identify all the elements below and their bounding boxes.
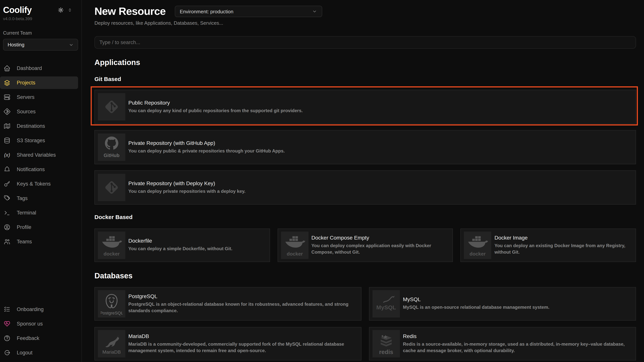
sidebar-item-label: Keys & Tokens <box>17 181 51 187</box>
resource-card-mariadb[interactable]: MariaDB MariaDB MariaDB is a community-d… <box>94 327 362 360</box>
sidebar-item-shared-variables[interactable]: (x) Shared Variables <box>0 149 78 161</box>
chevron-down-icon <box>68 42 74 47</box>
card-description: You can deploy any kind of public reposi… <box>128 107 303 114</box>
sidebar-item-tags[interactable]: Tags <box>0 192 78 204</box>
card-title: Redis <box>403 333 627 339</box>
sidebar-item-label: Shared Variables <box>17 152 56 158</box>
sidebar-item-label: Feedback <box>17 335 40 341</box>
app-title: Coolify <box>3 5 32 14</box>
chevron-down-icon <box>312 9 317 14</box>
card-description: You can deploy complex application easil… <box>311 242 444 256</box>
card-title: Private Repository (with GitHub App) <box>128 140 285 146</box>
logout-icon <box>4 349 11 356</box>
sidebar-item-feedback[interactable]: Feedback <box>0 332 78 345</box>
sidebar-item-sources[interactable]: Sources <box>0 105 78 118</box>
resource-card-docker-image[interactable]: docker Docker Image You can deploy an ex… <box>461 228 636 262</box>
sidebar-item-label: Terminal <box>17 210 36 216</box>
resource-card-mysql[interactable]: MySQL MySQL MySQL is an open-source rela… <box>369 287 636 320</box>
sidebar-item-onboarding[interactable]: Onboarding <box>0 303 78 316</box>
tags-icon <box>4 195 11 202</box>
server-icon <box>4 94 11 101</box>
resource-card-public-repository[interactable]: Public Repository You can deploy any kin… <box>94 90 636 124</box>
sidebar-item-profile[interactable]: Profile <box>0 221 78 233</box>
resource-card-docker-compose-empty[interactable]: docker Docker Compose Empty You can depl… <box>278 228 453 262</box>
card-title: Public Repository <box>128 99 303 106</box>
sidebar-item-projects[interactable]: Projects <box>0 76 78 89</box>
git-icon <box>4 108 11 115</box>
card-description: PostgreSQL is an object-relational datab… <box>128 301 353 314</box>
docker-based-heading: Docker Based <box>94 214 636 220</box>
heart-handshake-icon <box>4 320 11 327</box>
sidebar-item-label: Projects <box>17 80 36 86</box>
sidebar-item-label: Destinations <box>17 123 45 129</box>
sidebar-item-label: Tags <box>17 195 28 201</box>
card-description: You can deploy public & private reposito… <box>128 148 285 154</box>
current-team-label: Current Team <box>3 30 78 36</box>
page-title: New Resource <box>94 6 166 17</box>
team-select-value: Hosting <box>8 42 24 47</box>
resource-card-redis[interactable]: redis Redis Redis is a source-available,… <box>369 327 636 360</box>
page-subtitle: Deploy resources, like Applications, Dat… <box>94 20 636 26</box>
svg-text:GitHub: GitHub <box>104 153 120 158</box>
sidebar-item-label: S3 Storages <box>17 138 45 143</box>
search-input[interactable] <box>94 36 636 49</box>
sidebar-item-s3-storages[interactable]: S3 Storages <box>0 134 78 147</box>
theme-toggle-sun-icon[interactable] <box>58 7 64 13</box>
checklist-icon <box>4 306 11 313</box>
mysql-icon: MySQL <box>372 290 400 317</box>
sidebar-item-keys-tokens[interactable]: Keys & Tokens <box>0 178 78 190</box>
sidebar-item-notifications[interactable]: Notifications <box>0 163 78 176</box>
card-description: MySQL is an open-source relational datab… <box>403 304 549 311</box>
sidebar-item-label: Dashboard <box>17 65 42 71</box>
card-description: You can deploy an existing Docker Image … <box>494 242 627 256</box>
sidebar-item-dashboard[interactable]: Dashboard <box>0 62 78 75</box>
resource-card-dockerfile[interactable]: docker Dockerfile You can deploy a simpl… <box>94 228 270 262</box>
resource-card-postgresql[interactable]: PostgreSQL PostgreSQL PostgreSQL is an o… <box>94 287 362 320</box>
bell-icon <box>4 166 11 173</box>
svg-text:docker: docker <box>470 251 486 256</box>
databases-heading: Databases <box>94 272 636 280</box>
card-title: Private Repository (with Deploy Key) <box>128 180 246 186</box>
sidebar-collapse-selector-icon[interactable] <box>68 7 72 13</box>
docker-icon: docker <box>98 231 125 259</box>
svg-text:MySQL: MySQL <box>376 304 396 310</box>
user-circle-icon <box>4 224 11 231</box>
database-icon <box>4 137 11 144</box>
map-icon <box>4 122 11 130</box>
sidebar-item-label: Notifications <box>17 167 45 172</box>
card-description: Redis is a source-available, in-memory s… <box>403 341 627 354</box>
sidebar-footer-menu: Onboarding Sponsor us Feedback Logout <box>0 303 82 359</box>
team-select[interactable]: Hosting <box>3 39 78 51</box>
sidebar-item-label: Profile <box>17 224 32 230</box>
card-title: MySQL <box>403 296 549 303</box>
svg-text:PostgreSQL: PostgreSQL <box>100 310 123 315</box>
svg-text:MariaDB: MariaDB <box>102 349 121 355</box>
environment-select-value: Environment: production <box>180 8 234 14</box>
environment-select[interactable]: Environment: production <box>175 6 322 17</box>
sidebar-item-terminal[interactable]: Terminal <box>0 206 78 219</box>
sidebar-item-label: Logout <box>17 350 32 356</box>
variable-icon: (x) <box>4 152 11 158</box>
mariadb-icon: MariaDB <box>98 330 125 357</box>
docker-icon: docker <box>464 231 492 259</box>
resource-card-private-repository-deploy-key[interactable]: Private Repository (with Deploy Key) You… <box>94 170 636 204</box>
sidebar-item-sponsor-us[interactable]: Sponsor us <box>0 318 78 330</box>
sidebar-item-destinations[interactable]: Destinations <box>0 120 78 132</box>
sidebar-item-label: Teams <box>17 239 32 244</box>
docker-icon: docker <box>281 231 308 259</box>
card-title: Docker Compose Empty <box>311 234 444 240</box>
sidebar-item-label: Sponsor us <box>17 321 43 327</box>
sidebar-item-servers[interactable]: Servers <box>0 91 78 103</box>
postgresql-icon: PostgreSQL <box>98 290 125 317</box>
sidebar-item-label: Onboarding <box>17 307 44 312</box>
github-icon: GitHub <box>98 134 125 161</box>
git-icon <box>98 93 125 121</box>
sidebar-item-logout[interactable]: Logout <box>0 347 78 359</box>
sidebar: Coolify v4.0.0-beta.399 Current Team Hos… <box>0 0 82 362</box>
svg-text:redis: redis <box>379 349 393 355</box>
sidebar-item-teams[interactable]: Teams <box>0 235 78 248</box>
resource-card-private-repository-github-app[interactable]: GitHub Private Repository (with GitHub A… <box>94 130 636 164</box>
sidebar-item-label: Servers <box>17 94 34 100</box>
card-description: MariaDB is a community-developed, commer… <box>128 341 353 354</box>
applications-heading: Applications <box>94 59 636 67</box>
